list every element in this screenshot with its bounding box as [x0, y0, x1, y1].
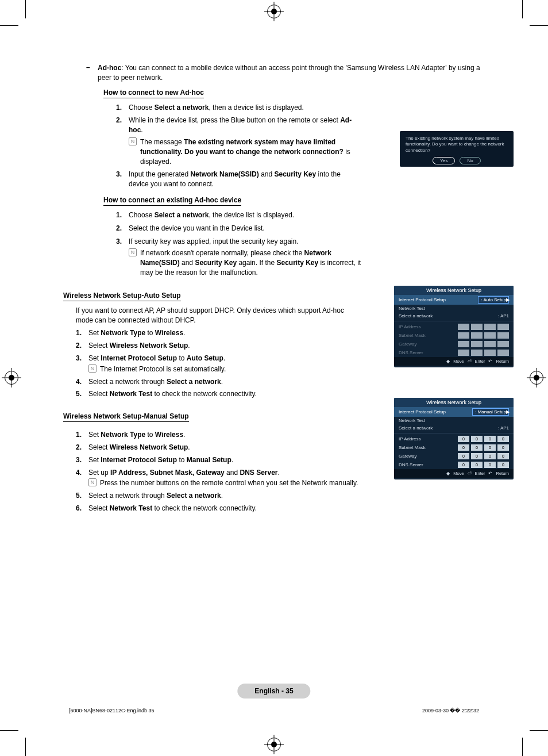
panel-footer: ◆Move⏎Enter↶Return: [394, 469, 514, 478]
tv-panel-auto: Wireless Network Setup Internet Protocol…: [394, 286, 514, 367]
row-network-test[interactable]: Network Test: [394, 305, 514, 312]
enter-icon: ⏎: [468, 471, 472, 476]
row-internet-protocol[interactable]: Internet Protocol Setup: Manual Setup▶: [394, 407, 514, 417]
panel-footer: ◆Move⏎Enter↶Return: [394, 357, 514, 366]
step-item: 2. Select the device you want in the Dev…: [116, 224, 485, 233]
step-item: 1. Choose Select a network, the device l…: [116, 210, 485, 220]
dialog-message: The existing network system may have lim…: [406, 136, 508, 153]
registration-mark-icon: [267, 738, 281, 751]
arrow-right-icon: ▶: [506, 297, 510, 302]
row-ip[interactable]: IP Address0000: [394, 435, 514, 443]
row-dns[interactable]: DNS Server0000: [394, 460, 514, 469]
file-name: [6000-NA]BN68-02112C-Eng.indb 35: [69, 708, 155, 713]
row-gateway: Gateway: [394, 340, 514, 348]
document-footer: [6000-NA]BN68-02112C-Eng.indb 35 2009-03…: [69, 708, 479, 713]
row-network-test[interactable]: Network Test: [394, 417, 514, 424]
step-item: 6.Select Network Test to check the netwo…: [76, 504, 485, 513]
timestamp: 2009-03-30 �� 2:22:32: [422, 708, 479, 713]
row-dns: DNS Server: [394, 348, 514, 357]
panel-title: Wireless Network Setup: [394, 398, 514, 407]
yes-button[interactable]: Yes: [433, 157, 455, 164]
heading-manual-setup: Wireless Network Setup-Manual Setup: [63, 412, 189, 422]
row-ip: IP Address: [394, 323, 514, 331]
panel-title: Wireless Network Setup: [394, 286, 514, 295]
page-number: English - 35: [237, 684, 310, 699]
heading-auto-setup: Wireless Network Setup-Auto Setup: [63, 291, 181, 301]
move-icon: ◆: [446, 359, 450, 364]
return-icon: ↶: [488, 471, 492, 476]
move-icon: ◆: [446, 471, 450, 476]
heading-existing-adhoc: How to connect an existing Ad-hoc device: [103, 196, 241, 206]
step-item: 3. Input the generated Network Name(SSID…: [116, 170, 485, 189]
registration-mark-icon: [530, 371, 543, 385]
tv-panel-manual: Wireless Network Setup Internet Protocol…: [394, 398, 514, 479]
note-icon: N: [88, 364, 97, 373]
note-icon: N: [129, 137, 137, 145]
row-gateway[interactable]: Gateway0000: [394, 452, 514, 460]
row-select-network[interactable]: Select a network: AP1: [394, 424, 514, 432]
step-item: 3. If security key was applied, input th…: [116, 237, 485, 278]
no-button[interactable]: No: [460, 157, 480, 164]
row-mask: Subnet Mask: [394, 331, 514, 340]
adhoc-intro: – Ad-hoc: You can connect to a mobile de…: [86, 63, 485, 83]
registration-mark-icon: [267, 5, 281, 18]
arrow-right-icon: ▶: [506, 409, 510, 415]
heading-new-adhoc: How to connect to new Ad-hoc: [103, 89, 204, 98]
row-mask[interactable]: Subnet Mask0000: [394, 443, 514, 452]
tv-dialog-adhoc: The existing network system may have lim…: [400, 131, 514, 167]
row-select-network[interactable]: Select a network: AP1: [394, 312, 514, 320]
enter-icon: ⏎: [468, 359, 472, 364]
step-item: 5.Select a network through Select a netw…: [76, 491, 485, 501]
note-icon: N: [129, 248, 137, 256]
step-item: 4.Select a network through Select a netw…: [76, 377, 485, 387]
note-icon: N: [88, 478, 97, 486]
registration-mark-icon: [5, 371, 18, 385]
return-icon: ↶: [488, 359, 492, 364]
step-item: 1. Choose Select a network, then a devic…: [116, 103, 485, 113]
row-internet-protocol[interactable]: Internet Protocol Setup: Auto Setup▶: [394, 295, 514, 305]
